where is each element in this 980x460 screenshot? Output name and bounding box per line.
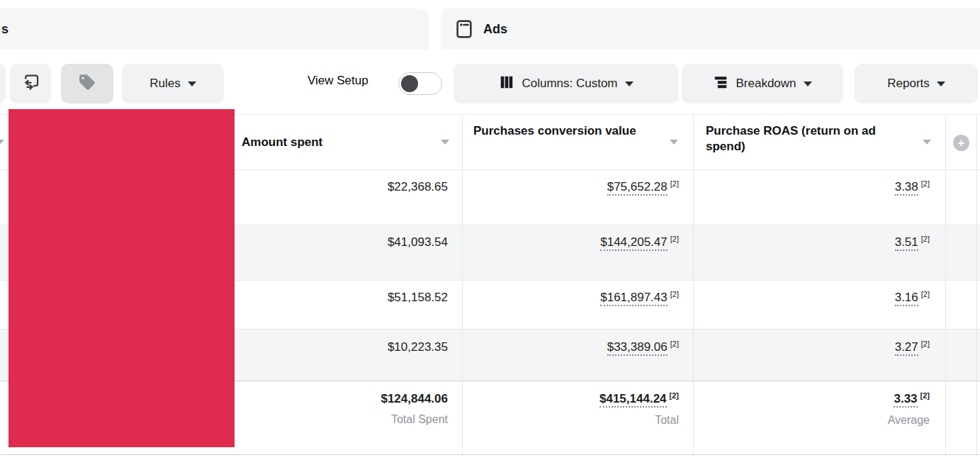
tab-ads[interactable]: Ads (441, 9, 980, 50)
cell-roas: 3.38[2] (693, 170, 930, 196)
redaction-overlay (9, 109, 235, 447)
column-divider (945, 114, 946, 454)
ads-manager-screen: s Ads (0, 0, 980, 460)
sort-caret-icon[interactable] (670, 140, 678, 145)
plus-icon: + (958, 137, 965, 149)
breakdown-icon (713, 74, 728, 94)
sort-caret-icon[interactable] (923, 140, 931, 145)
tag-button[interactable] (61, 64, 113, 103)
breakdown-button-label: Breakdown (736, 77, 796, 91)
tag-icon (78, 73, 96, 95)
footnote-ref: [2] (670, 340, 679, 348)
rules-button[interactable]: Rules (122, 64, 224, 103)
swap-arrows-icon (21, 72, 40, 95)
tab-ads-label: Ads (483, 22, 507, 37)
footnote-ref: [2] (921, 235, 930, 243)
cell-purchases-value: $144,205.47[2] (462, 225, 679, 251)
total-purchases-label: Total (462, 413, 679, 428)
table-bottom-border (0, 454, 980, 455)
columns-icon (499, 74, 514, 94)
chevron-down-icon (188, 82, 196, 86)
metric-link[interactable]: $33,389.06 (607, 340, 668, 356)
sort-caret-icon[interactable] (441, 140, 449, 145)
hidden-column-sort-caret-icon[interactable] (0, 140, 4, 145)
cell-amount-spent: $51,158.52 (235, 281, 448, 305)
cell-roas: 3.16[2] (693, 281, 930, 306)
cell-amount-spent: $10,223.35 (235, 330, 448, 355)
metric-link[interactable]: $144,205.47 (600, 235, 668, 251)
footnote-ref: [2] (670, 179, 679, 188)
view-setup-label: View Setup (308, 74, 368, 88)
breakdown-button[interactable]: Breakdown (682, 64, 843, 103)
metric-link[interactable]: 3.33 (894, 392, 917, 408)
reports-button-label: Reports (887, 77, 930, 91)
footnote-ref: [2] (921, 290, 930, 298)
chevron-down-icon (625, 82, 633, 86)
cell-purchases-value: $75,652.28[2] (462, 170, 679, 196)
cell-purchases-value: $161,897.43[2] (462, 281, 679, 306)
toolbar-partial-button[interactable] (0, 64, 6, 103)
metric-link[interactable]: $415,144.24 (599, 392, 667, 408)
footnote-ref: [2] (921, 179, 930, 188)
column-header-amount-spent[interactable]: Amount spent (242, 135, 398, 150)
metric-link[interactable]: 3.38 (895, 180, 918, 196)
footnote-ref: [2] (921, 340, 930, 348)
ads-icon (454, 18, 475, 40)
rules-button-label: Rules (150, 77, 180, 91)
totals-roas: 3.33[2] Average (693, 382, 930, 428)
cell-purchases-value: $33,389.06[2] (462, 330, 679, 356)
reports-button[interactable]: Reports (855, 64, 978, 103)
tab-adsets-partial[interactable]: s (0, 9, 429, 50)
total-amount-value: $124,844.06 (235, 391, 448, 407)
columns-button-label: Columns: Custom (522, 77, 617, 91)
tab-adsets-label: s (1, 22, 9, 37)
footnote-ref: [2] (670, 235, 679, 243)
cell-amount-spent: $22,368.65 (235, 170, 448, 195)
totals-amount-spent: $124,844.06 Total Spent (235, 382, 448, 427)
footnote-ref: [2] (670, 290, 679, 298)
cell-roas: 3.51[2] (693, 225, 930, 251)
footnote-ref: [2] (920, 391, 930, 400)
cell-roas: 3.27[2] (693, 330, 930, 356)
view-setup-toggle[interactable] (398, 72, 442, 95)
column-header-purchase-roas[interactable]: Purchase ROAS (return on ad spend) (706, 123, 901, 155)
total-roas-label: Average (693, 413, 930, 428)
metric-link[interactable]: 3.16 (895, 291, 918, 306)
toggle-knob (401, 75, 418, 92)
metric-link[interactable]: 3.51 (895, 235, 918, 251)
columns-button[interactable]: Columns: Custom (454, 64, 679, 103)
chevron-down-icon (937, 82, 945, 86)
metric-link[interactable]: 3.27 (895, 340, 918, 356)
totals-purchases-value: $415,144.24[2] Total (462, 382, 679, 428)
add-column-button[interactable]: + (953, 135, 969, 151)
footnote-ref: [2] (670, 391, 679, 400)
cell-amount-spent: $41,093.54 (235, 225, 448, 250)
column-divider (976, 114, 977, 454)
total-amount-label: Total Spent (235, 412, 448, 427)
metric-link[interactable]: $75,652.28 (607, 180, 668, 196)
column-header-purchases-conversion-value[interactable]: Purchases conversion value (473, 123, 640, 139)
swap-arrows-button[interactable] (10, 64, 51, 103)
chevron-down-icon (804, 82, 812, 86)
metric-link[interactable]: $161,897.43 (600, 291, 668, 306)
